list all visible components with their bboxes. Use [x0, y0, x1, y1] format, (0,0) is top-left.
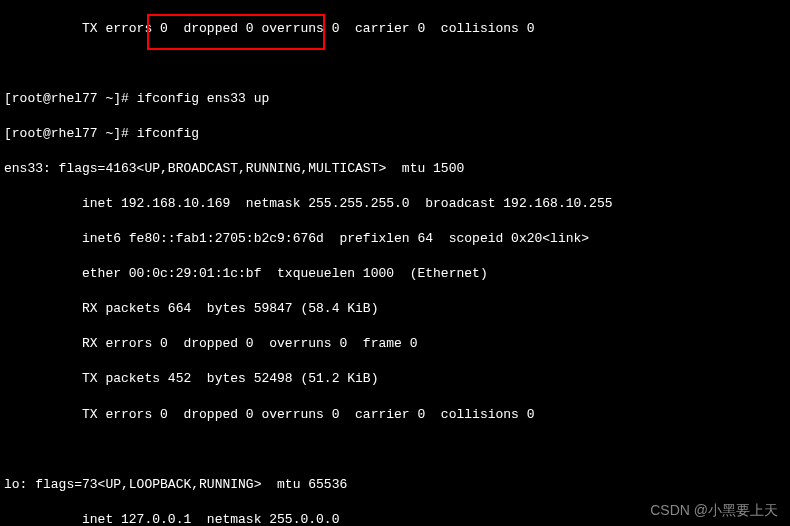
output-line: RX errors 0 dropped 0 overruns 0 frame 0	[4, 335, 786, 353]
blank-line	[4, 55, 786, 73]
watermark-text: CSDN @小黑要上天	[650, 501, 778, 520]
prompt-user-host: root@rhel77 ~	[12, 126, 113, 141]
command-text: ifconfig ens33 up	[137, 91, 270, 106]
prompt-bracket-close: ]#	[113, 91, 136, 106]
prompt-bracket-close: ]#	[113, 126, 136, 141]
output-line: ether 00:0c:29:01:1c:bf txqueuelen 1000 …	[4, 265, 786, 283]
prompt-user-host: root@rhel77 ~	[12, 91, 113, 106]
prompt-line: [root@rhel77 ~]# ifconfig	[4, 125, 786, 143]
output-line: TX errors 0 dropped 0 overruns 0 carrier…	[4, 406, 786, 424]
prompt-bracket-open: [	[4, 126, 12, 141]
output-line: inet 192.168.10.169 netmask 255.255.255.…	[4, 195, 786, 213]
command-text: ifconfig	[137, 126, 199, 141]
output-line: RX packets 664 bytes 59847 (58.4 KiB)	[4, 300, 786, 318]
prompt-line: [root@rhel77 ~]# ifconfig ens33 up	[4, 90, 786, 108]
output-line: inet6 fe80::fab1:2705:b2c9:676d prefixle…	[4, 230, 786, 248]
interface-header: lo: flags=73<UP,LOOPBACK,RUNNING> mtu 65…	[4, 476, 786, 494]
interface-header: ens33: flags=4163<UP,BROADCAST,RUNNING,M…	[4, 160, 786, 178]
prompt-bracket-open: [	[4, 91, 12, 106]
terminal-output[interactable]: TX errors 0 dropped 0 overruns 0 carrier…	[0, 0, 790, 526]
blank-line	[4, 441, 786, 459]
output-line: TX packets 452 bytes 52498 (51.2 KiB)	[4, 370, 786, 388]
output-line: TX errors 0 dropped 0 overruns 0 carrier…	[4, 20, 786, 38]
